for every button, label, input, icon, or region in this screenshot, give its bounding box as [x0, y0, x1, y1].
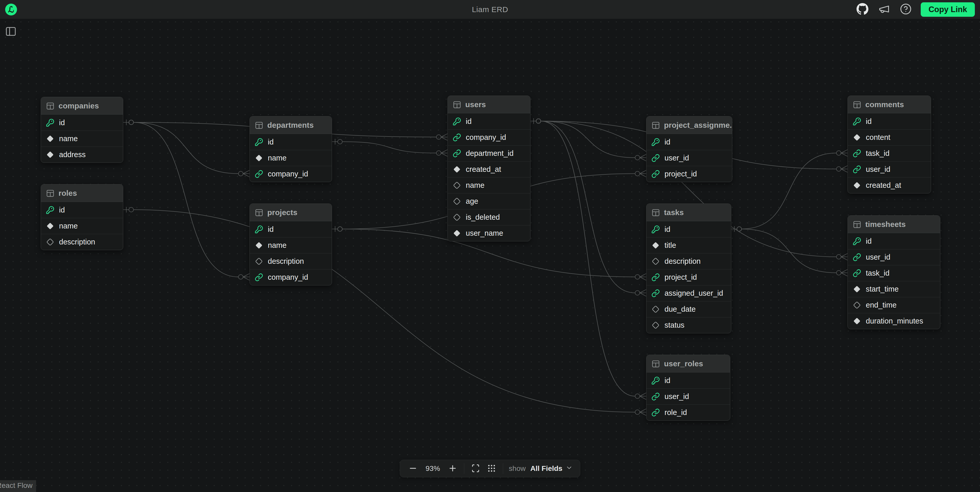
table-column-row[interactable]: id [646, 134, 732, 150]
column-name: description [59, 238, 95, 246]
table-column-row[interactable]: end_time [848, 297, 940, 313]
table-card-project_assignments[interactable]: project_assignme... id user_id project_i… [646, 116, 732, 182]
table-column-row[interactable]: task_id [848, 145, 931, 161]
table-column-row[interactable]: id [41, 114, 123, 130]
column-name: user_id [665, 392, 689, 401]
column-name: description [665, 257, 701, 265]
table-columns: id company_id department_id created_at n… [448, 113, 530, 241]
table-column-row[interactable]: due_date [646, 301, 731, 317]
table-column-row[interactable]: is_deleted [448, 209, 530, 225]
table-column-row[interactable]: id [41, 202, 123, 218]
fit-view-icon [471, 463, 480, 474]
sidebar-toggle-button[interactable] [4, 25, 18, 38]
column-name: project_id [665, 273, 697, 281]
table-header: roles [41, 184, 123, 202]
table-column-row[interactable]: age [448, 193, 530, 209]
column-name: name [59, 135, 78, 143]
column-name: status [665, 321, 684, 330]
foreign-key-icon [651, 392, 660, 401]
table-card-departments[interactable]: departments id name company_id [250, 116, 332, 182]
zoom-in-button[interactable] [447, 463, 458, 474]
table-card-timesheets[interactable]: timesheets id user_id task_id start_time… [848, 215, 940, 329]
show-mode-dropdown[interactable]: All Fields [530, 464, 573, 473]
table-icon [651, 121, 660, 130]
table-column-row[interactable]: company_id [448, 129, 530, 145]
table-column-row[interactable]: created_at [448, 161, 530, 177]
table-columns: id user_id role_id [646, 373, 730, 421]
table-column-row[interactable]: start_time [848, 281, 940, 297]
table-column-row[interactable]: description [41, 234, 123, 250]
table-header: companies [41, 97, 123, 114]
table-column-row[interactable]: user_id [848, 249, 940, 265]
liam-logo[interactable]: ℒ [5, 3, 17, 16]
table-card-users[interactable]: users id company_id department_id create… [447, 95, 530, 241]
column-name: id [866, 117, 872, 126]
table-column-row[interactable]: department_id [448, 145, 530, 161]
table-column-row[interactable]: user_name [448, 225, 530, 241]
table-column-row[interactable]: project_id [646, 166, 732, 182]
table-column-row[interactable]: name [250, 150, 332, 166]
zoom-controls: 93% [407, 463, 458, 474]
table-column-row[interactable]: created_at [848, 177, 931, 193]
table-column-row[interactable]: name [250, 237, 332, 253]
table-column-row[interactable]: description [646, 253, 731, 269]
table-icon [651, 359, 660, 368]
table-column-row[interactable]: id [448, 113, 530, 129]
table-header: users [448, 96, 530, 113]
table-column-row[interactable]: description [250, 253, 332, 269]
table-column-row[interactable]: title [646, 237, 731, 253]
table-icon [853, 100, 861, 109]
tidy-up-button[interactable] [486, 463, 497, 474]
column-name: created_at [466, 165, 501, 174]
table-card-user_roles[interactable]: user_roles id user_id role_id [646, 355, 730, 421]
table-columns: id user_id project_id [646, 134, 732, 182]
zoom-out-button[interactable] [407, 463, 418, 474]
announcements-button[interactable] [877, 3, 891, 16]
table-column-row[interactable]: name [41, 130, 123, 146]
table-column-row[interactable]: id [848, 233, 940, 249]
react-flow-attribution[interactable]: React Flow [0, 480, 36, 492]
table-column-row[interactable]: status [646, 317, 731, 333]
table-column-row[interactable]: content [848, 129, 931, 145]
copy-link-button[interactable]: Copy Link [921, 2, 975, 17]
table-card-tasks[interactable]: tasks id title description project_id as… [646, 203, 731, 333]
fit-view-button[interactable] [470, 463, 481, 474]
table-column-row[interactable]: assigned_user_id [646, 285, 731, 301]
table-column-row[interactable]: id [250, 134, 332, 150]
help-button[interactable] [899, 3, 912, 16]
table-column-row[interactable]: company_id [250, 269, 332, 285]
table-column-row[interactable]: id [646, 373, 730, 389]
github-button[interactable] [856, 3, 869, 16]
minus-icon [408, 463, 418, 474]
table-column-row[interactable]: name [41, 218, 123, 234]
table-column-row[interactable]: company_id [250, 166, 332, 182]
table-icon [46, 189, 55, 198]
table-column-row[interactable]: role_id [646, 405, 730, 421]
table-card-companies[interactable]: companies id name address [41, 97, 123, 163]
table-column-row[interactable]: user_id [646, 150, 732, 166]
table-header: project_assignme... [646, 116, 732, 134]
table-column-row[interactable]: address [41, 146, 123, 162]
table-column-row[interactable]: user_id [646, 389, 730, 405]
table-card-comments[interactable]: comments id content task_id user_id crea… [848, 95, 931, 194]
table-column-row[interactable]: id [250, 221, 332, 237]
table-columns: id name description company_id [250, 221, 332, 285]
table-card-projects[interactable]: projects id name description company_id [250, 203, 332, 286]
table-column-row[interactable]: project_id [646, 269, 731, 285]
not-null-icon [853, 181, 861, 190]
primary-key-icon [853, 117, 861, 126]
table-column-row[interactable]: id [646, 221, 731, 237]
table-card-roles[interactable]: roles id name description [41, 184, 123, 250]
table-column-row[interactable]: user_id [848, 161, 931, 177]
nullable-icon [453, 197, 461, 206]
table-name: user_roles [664, 359, 703, 368]
erd-canvas[interactable]: companies id name address roles id name … [0, 0, 980, 492]
column-name: title [665, 241, 676, 249]
primary-key-icon [853, 237, 861, 246]
column-name: due_date [665, 305, 696, 314]
table-column-row[interactable]: name [448, 177, 530, 193]
table-column-row[interactable]: duration_minutes [848, 313, 940, 329]
page-title: Liam ERD [472, 5, 508, 14]
table-column-row[interactable]: task_id [848, 265, 940, 281]
table-column-row[interactable]: id [848, 113, 931, 129]
